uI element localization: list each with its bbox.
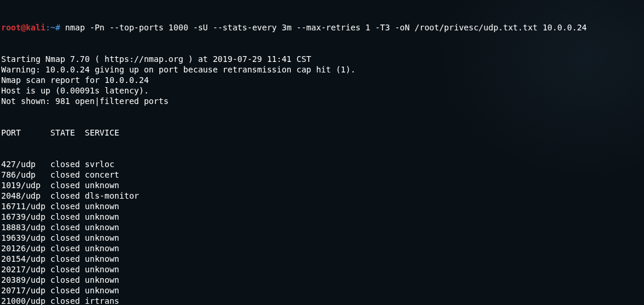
terminal-output[interactable]: root@kali:~# nmap -Pn --top-ports 1000 -… (1, 1, 643, 305)
cell-port: 20217/udp (1, 264, 50, 275)
cell-service: unknown (85, 275, 119, 285)
cell-service: unknown (85, 285, 119, 296)
cell-port: 1019/udp (1, 180, 50, 190)
cell-port: 16739/udp (1, 212, 50, 222)
preamble-line: Nmap scan report for 10.0.0.24 (1, 75, 643, 85)
cell-port: 2048/udp (1, 190, 50, 201)
table-row: 18883/udpclosedunknown (1, 222, 643, 233)
cell-service: concert (85, 169, 119, 180)
cell-port: 786/udp (1, 169, 50, 180)
preamble-line: Starting Nmap 7.70 ( https://nmap.org ) … (1, 54, 643, 64)
cell-state: closed (50, 169, 85, 180)
table-row: 21000/udpclosedirtrans (1, 296, 643, 305)
prompt-line[interactable]: root@kali:~# nmap -Pn --top-ports 1000 -… (1, 22, 643, 33)
table-row: 16739/udpclosedunknown (1, 212, 643, 222)
cell-service: unknown (85, 233, 119, 243)
cell-state: closed (50, 275, 85, 285)
prompt-path: :~# (46, 23, 60, 32)
cell-state: closed (50, 201, 85, 212)
nmap-preamble: Starting Nmap 7.70 ( https://nmap.org ) … (1, 54, 643, 106)
preamble-line: Warning: 10.0.0.24 giving up on port bec… (1, 64, 643, 75)
table-row: 19639/udpclosedunknown (1, 233, 643, 243)
table-row: 1019/udpclosedunknown (1, 180, 643, 190)
cell-port: 20717/udp (1, 285, 50, 296)
cell-state: closed (50, 243, 85, 254)
cell-service: irtrans (85, 296, 119, 305)
prompt-host: kali (26, 23, 46, 32)
cell-port: 18883/udp (1, 222, 50, 233)
cell-port: 427/udp (1, 159, 50, 169)
cell-state: closed (50, 285, 85, 296)
port-table-header: PORTSTATESERVICE (1, 127, 643, 138)
table-row: 16711/udpclosedunknown (1, 201, 643, 212)
cell-state: closed (50, 180, 85, 190)
table-row: 20217/udpclosedunknown (1, 264, 643, 275)
cell-state: closed (50, 212, 85, 222)
cell-state: closed (50, 264, 85, 275)
header-service: SERVICE (85, 127, 119, 138)
preamble-line: Host is up (0.00091s latency). (1, 85, 643, 96)
header-state: STATE (50, 127, 85, 138)
cell-port: 20389/udp (1, 275, 50, 285)
cell-service: unknown (85, 201, 119, 212)
cell-state: closed (50, 233, 85, 243)
prompt-user: root (1, 23, 21, 32)
cell-service: unknown (85, 222, 119, 233)
cell-service: unknown (85, 254, 119, 264)
cell-port: 21000/udp (1, 296, 50, 305)
header-port: PORT (1, 127, 50, 138)
table-row: 20389/udpclosedunknown (1, 275, 643, 285)
cell-state: closed (50, 296, 85, 305)
cell-service: unknown (85, 180, 119, 190)
cell-port: 19639/udp (1, 233, 50, 243)
cell-service: dls-monitor (85, 190, 139, 201)
prompt-at: @ (21, 23, 26, 32)
cell-service: svrloc (85, 159, 114, 169)
table-row: 20717/udpclosedunknown (1, 285, 643, 296)
port-table-body: 427/udpclosedsvrloc786/udpclosedconcert1… (1, 159, 643, 305)
preamble-line: Not shown: 981 open|filtered ports (1, 96, 643, 106)
cell-service: unknown (85, 212, 119, 222)
table-row: 427/udpclosedsvrloc (1, 159, 643, 169)
command-text: nmap -Pn --top-ports 1000 -sU --stats-ev… (65, 23, 587, 32)
cell-port: 20154/udp (1, 254, 50, 264)
table-row: 786/udpclosedconcert (1, 169, 643, 180)
cell-service: unknown (85, 264, 119, 275)
cell-service: unknown (85, 243, 119, 254)
cell-state: closed (50, 190, 85, 201)
cell-state: closed (50, 222, 85, 233)
cell-port: 16711/udp (1, 201, 50, 212)
cell-port: 20126/udp (1, 243, 50, 254)
table-row: 2048/udpcloseddls-monitor (1, 190, 643, 201)
cell-state: closed (50, 159, 85, 169)
table-row: 20154/udpclosedunknown (1, 254, 643, 264)
table-row: 20126/udpclosedunknown (1, 243, 643, 254)
cell-state: closed (50, 254, 85, 264)
